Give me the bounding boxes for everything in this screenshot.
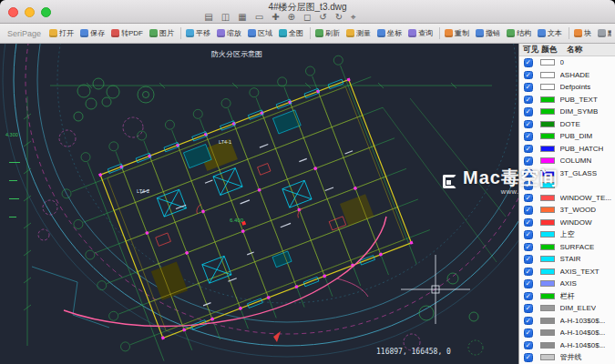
layer-row[interactable]: PUB_DIM xyxy=(519,130,615,143)
layer-color-swatch[interactable] xyxy=(540,108,555,115)
layer-visible-checkbox[interactable] xyxy=(524,230,533,239)
layer-row[interactable]: A-H-103$0$... xyxy=(519,315,615,328)
layer-visible-checkbox[interactable] xyxy=(524,96,533,105)
toolbar-button[interactable]: 转PDF xyxy=(109,27,145,39)
region-icon[interactable]: ◻ xyxy=(303,11,311,23)
grid-icon[interactable]: ▦ xyxy=(238,11,246,23)
layer-visible-checkbox[interactable] xyxy=(524,145,533,154)
layer-visible-checkbox[interactable] xyxy=(524,304,533,313)
layer-color-swatch[interactable] xyxy=(540,121,555,127)
layer-visible-checkbox[interactable] xyxy=(524,279,533,288)
layer-color-swatch[interactable] xyxy=(540,305,555,311)
layer-color-swatch[interactable] xyxy=(540,170,555,177)
layer-row[interactable]: 0 xyxy=(519,56,615,69)
toolbar-button[interactable]: 测量 xyxy=(344,27,373,39)
layer-visible-checkbox[interactable] xyxy=(524,218,533,228)
zoom-icon[interactable]: ⊕ xyxy=(288,11,295,23)
toolbar-button[interactable]: 撤销 xyxy=(474,27,502,39)
layer-row[interactable]: DIM_SYMB xyxy=(519,106,615,118)
layer-visible-checkbox[interactable] xyxy=(524,243,533,252)
toolbar-button[interactable]: 查询 xyxy=(406,27,435,39)
layer-visible-checkbox[interactable] xyxy=(524,71,533,80)
layer-color-swatch[interactable] xyxy=(540,207,555,213)
layer-color-swatch[interactable] xyxy=(540,280,555,287)
toolbar-button[interactable]: 文本 xyxy=(536,27,564,39)
plus-icon[interactable]: ✚ xyxy=(272,11,279,23)
layer-visible-checkbox[interactable] xyxy=(524,341,533,350)
layer-row[interactable]: PUB_TEXT xyxy=(519,94,615,106)
toolbar-button[interactable]: 区域 xyxy=(246,27,274,39)
layer-visible-checkbox[interactable] xyxy=(524,157,533,166)
layer-visible-checkbox[interactable] xyxy=(524,206,533,215)
layer-row[interactable]: PUB_HATCH xyxy=(519,143,615,156)
image-icon[interactable]: ▭ xyxy=(255,11,263,23)
layer-visible-checkbox[interactable] xyxy=(524,83,533,92)
layer-row[interactable]: 3T_GLASS xyxy=(519,167,615,180)
layer-row[interactable]: SURFACE xyxy=(519,241,615,254)
layer-color-swatch[interactable] xyxy=(540,256,555,262)
toolbar-button[interactable]: 结构 xyxy=(505,27,533,39)
target-icon[interactable]: ⌖ xyxy=(351,11,356,23)
layer-color-swatch[interactable] xyxy=(540,59,555,66)
cad-canvas[interactable]: 防火分区示意图 LT4-1 LT4-2 4.300 6.400 116897, … xyxy=(0,44,518,364)
layer-row[interactable]: STAIR xyxy=(519,253,615,266)
layer-color-swatch[interactable] xyxy=(540,146,555,152)
layer-row[interactable]: WINDOW xyxy=(519,217,615,229)
layer-visible-checkbox[interactable] xyxy=(524,58,533,67)
layer-visible-checkbox[interactable] xyxy=(524,268,533,277)
layer-row[interactable]: 3T_WOOD xyxy=(519,204,615,217)
layer-row[interactable]: 栏杆 xyxy=(519,290,615,303)
layer-visible-checkbox[interactable] xyxy=(524,107,533,116)
layer-visible-checkbox[interactable] xyxy=(524,329,533,338)
layer-color-swatch[interactable] xyxy=(540,96,555,103)
layer-row[interactable]: 上空 xyxy=(519,228,615,241)
layer-row[interactable]: DOTE xyxy=(519,118,615,131)
layer-color-swatch[interactable] xyxy=(540,342,555,349)
layer-visible-checkbox[interactable] xyxy=(524,120,533,129)
toolbar-button[interactable]: 打开 xyxy=(47,27,76,39)
layer-row[interactable]: WINDOW_TE... xyxy=(519,192,615,205)
layer-visible-checkbox[interactable] xyxy=(524,353,533,362)
toolbar-button[interactable]: 图片 xyxy=(148,27,176,39)
layer-color-swatch[interactable] xyxy=(540,244,555,250)
layer-visible-checkbox[interactable] xyxy=(524,255,533,264)
toolbar-button[interactable]: 平移 xyxy=(180,27,212,39)
layer-color-swatch[interactable] xyxy=(540,133,555,139)
layer-visible-checkbox[interactable] xyxy=(524,169,533,178)
layer-color-swatch[interactable] xyxy=(540,329,555,336)
layer-color-swatch[interactable] xyxy=(540,195,555,201)
toolbar-button[interactable]: 块 xyxy=(569,27,593,39)
toolbar-button[interactable]: 全图 xyxy=(277,27,305,39)
undo-icon[interactable]: ↺ xyxy=(319,11,326,23)
layer-row[interactable]: A-H-104$0$... xyxy=(519,327,615,339)
layer-row[interactable]: DIM_ELEV xyxy=(519,302,615,315)
redo-icon[interactable]: ↻ xyxy=(335,11,343,23)
layer-row[interactable]: ASHADE xyxy=(519,69,615,82)
save-icon[interactable]: ◫ xyxy=(221,11,230,23)
layer-visible-checkbox[interactable] xyxy=(524,132,533,141)
layer-color-swatch[interactable] xyxy=(540,231,555,238)
layer-row[interactable]: COLUMN xyxy=(519,155,615,167)
layer-row[interactable] xyxy=(519,179,615,192)
layer-color-swatch[interactable] xyxy=(540,72,555,78)
layer-row[interactable]: 管井线 xyxy=(519,351,615,364)
toolbar-button[interactable]: 刷新 xyxy=(310,27,342,39)
open-folder-icon[interactable]: ▤ xyxy=(204,11,212,23)
toolbar-button[interactable]: 默认 xyxy=(596,27,611,39)
layer-row[interactable]: A-H-104$0$... xyxy=(519,339,615,352)
layer-row[interactable]: Defpoints xyxy=(519,81,615,94)
layer-color-swatch[interactable] xyxy=(540,318,555,324)
toolbar-button[interactable]: 重制 xyxy=(439,27,471,39)
layer-color-swatch[interactable] xyxy=(540,84,555,90)
layer-color-swatch[interactable] xyxy=(540,157,555,164)
layer-row[interactable]: AXIS xyxy=(519,278,615,290)
layer-color-swatch[interactable] xyxy=(540,219,555,226)
layer-visible-checkbox[interactable] xyxy=(524,194,533,203)
layer-visible-checkbox[interactable] xyxy=(524,317,533,326)
layer-row[interactable]: AXIS_TEXT xyxy=(519,266,615,278)
layer-visible-checkbox[interactable] xyxy=(524,181,533,190)
layer-color-swatch[interactable] xyxy=(540,182,555,188)
layer-color-swatch[interactable] xyxy=(540,354,555,360)
layer-visible-checkbox[interactable] xyxy=(524,292,533,301)
toolbar-button[interactable]: 保存 xyxy=(78,27,107,39)
